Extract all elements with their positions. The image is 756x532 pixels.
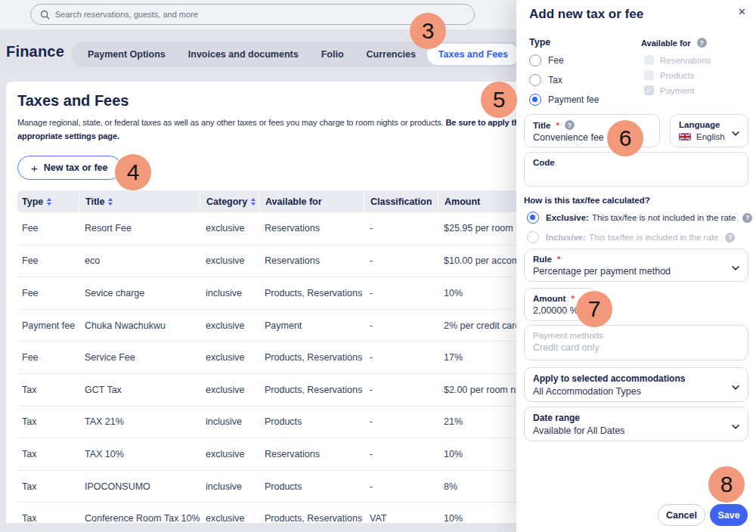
page-section-title: Finance bbox=[6, 43, 64, 60]
language-select[interactable]: Language English bbox=[670, 114, 748, 147]
table-cell: Tax bbox=[22, 449, 85, 459]
available-for-checkbox-products: Products bbox=[644, 70, 694, 80]
panel-title: Add new tax or fee bbox=[529, 7, 643, 22]
language-label: Language bbox=[679, 120, 720, 129]
type-radio-payment-fee[interactable]: Payment fee bbox=[529, 94, 599, 106]
table-cell: - bbox=[370, 320, 444, 331]
table-cell: - bbox=[370, 223, 444, 234]
title-field[interactable]: Title* ? Convenience fee bbox=[524, 114, 660, 147]
sort-arrows-icon bbox=[108, 198, 113, 206]
tab-currencies[interactable]: Currencies bbox=[355, 44, 427, 65]
column-label: Category bbox=[206, 196, 247, 207]
finance-tabs: Payment OptionsInvoices and documentsFol… bbox=[72, 42, 524, 67]
inclusive-option: Inclusive: This tax/fee is included in t… bbox=[527, 231, 735, 243]
search-input[interactable] bbox=[55, 10, 465, 19]
available-for-group: Available for ? bbox=[641, 38, 707, 48]
save-button[interactable]: Save bbox=[710, 504, 748, 526]
code-field[interactable]: Code bbox=[524, 152, 748, 187]
table-cell: Reservations bbox=[265, 449, 370, 459]
table-cell: inclusive bbox=[206, 416, 265, 427]
amount-field[interactable]: Amount* 2,00000 % bbox=[524, 288, 597, 321]
checkbox-icon bbox=[644, 55, 654, 65]
table-cell: Fee bbox=[22, 223, 85, 234]
type-radio-tax[interactable]: Tax bbox=[529, 74, 562, 86]
cancel-button[interactable]: Cancel bbox=[658, 504, 705, 526]
table-cell: exclusive bbox=[206, 352, 265, 363]
column-label: Classification bbox=[370, 196, 432, 207]
radio-label: Payment fee bbox=[548, 94, 599, 105]
radio-label: Tax bbox=[548, 75, 562, 85]
column-label: Title bbox=[85, 196, 104, 207]
help-icon[interactable]: ? bbox=[742, 213, 752, 223]
table-cell: - bbox=[370, 385, 444, 395]
table-cell: Payment bbox=[265, 320, 370, 331]
required-asterisk: * bbox=[556, 121, 559, 130]
payment-methods-field: Payment methods Credit card only bbox=[524, 325, 748, 360]
table-cell: TAX 10% bbox=[85, 449, 206, 459]
table-cell: Sevice charge bbox=[85, 288, 206, 298]
column-header-available-for: Available for bbox=[259, 190, 370, 212]
chevron-down-icon bbox=[732, 379, 739, 393]
date-range-label: Date range bbox=[533, 413, 580, 423]
apply-label: Apply to selected accommodations bbox=[533, 373, 685, 384]
table-cell: Products, Reservations bbox=[265, 288, 370, 298]
table-cell: IPOCONSUMO bbox=[85, 481, 206, 492]
payment-methods-label: Payment methods bbox=[533, 331, 603, 340]
table-cell: inclusive bbox=[206, 288, 265, 298]
column-label: Available for bbox=[265, 196, 322, 207]
new-tax-or-fee-button[interactable]: + New tax or fee bbox=[17, 156, 122, 180]
amount-label: Amount bbox=[533, 294, 565, 303]
global-search[interactable] bbox=[30, 4, 475, 25]
sort-arrows-icon bbox=[251, 198, 256, 206]
table-cell: exclusive bbox=[206, 320, 265, 331]
type-group-label: Type bbox=[529, 37, 550, 48]
column-header-title[interactable]: Title bbox=[79, 190, 206, 212]
column-label: Amount bbox=[445, 196, 480, 207]
rule-select[interactable]: Rule* Percentage per payment method bbox=[524, 249, 748, 282]
table-cell: Tax bbox=[22, 385, 85, 395]
table-cell: Products, Reservations bbox=[265, 385, 370, 395]
tab-invoices-and-documents[interactable]: Invoices and documents bbox=[177, 44, 310, 65]
table-cell: - bbox=[370, 255, 444, 266]
table-cell: - bbox=[370, 449, 444, 459]
date-range-select[interactable]: Date range Available for All Dates bbox=[524, 407, 748, 441]
help-icon: ? bbox=[725, 233, 735, 243]
new-tax-or-fee-label: New tax or fee bbox=[44, 162, 108, 173]
title-field-value: Convenience fee bbox=[533, 132, 651, 143]
apply-value: All Accommodation Types bbox=[533, 386, 739, 397]
radio-icon bbox=[529, 94, 541, 106]
table-cell: - bbox=[370, 416, 444, 427]
code-field-label: Code bbox=[533, 158, 555, 167]
type-radio-fee[interactable]: Fee bbox=[529, 54, 564, 66]
column-header-type[interactable]: Type bbox=[22, 190, 85, 212]
table-cell: Products bbox=[265, 416, 370, 427]
tab-folio[interactable]: Folio bbox=[310, 44, 355, 65]
exclusive-option[interactable]: Exclusive: This tax/fee is not included … bbox=[527, 212, 752, 224]
add-tax-fee-panel: Add new tax or fee ✕ Type FeeTaxPayment … bbox=[516, 0, 756, 532]
plus-icon: + bbox=[31, 162, 38, 174]
help-icon[interactable]: ? bbox=[565, 120, 575, 130]
radio-icon bbox=[529, 74, 541, 86]
apply-accommodations-select[interactable]: Apply to selected accommodations All Acc… bbox=[524, 367, 748, 402]
table-cell: TAX 21% bbox=[85, 416, 206, 427]
column-header-classification: Classification bbox=[364, 190, 444, 212]
help-icon[interactable]: ? bbox=[697, 38, 707, 48]
radio-icon bbox=[529, 54, 541, 66]
checkbox-label: Products bbox=[660, 71, 694, 80]
table-cell: - bbox=[370, 481, 444, 492]
table-cell: exclusive bbox=[206, 255, 265, 266]
table-cell: Tax bbox=[22, 481, 85, 492]
exclusive-label: Exclusive: bbox=[546, 213, 589, 222]
chevron-down-icon bbox=[732, 125, 739, 139]
table-cell: Tax bbox=[22, 513, 85, 523]
table-cell: Fee bbox=[22, 255, 85, 266]
column-header-category[interactable]: Category bbox=[200, 190, 265, 212]
tab-payment-options[interactable]: Payment Options bbox=[76, 44, 177, 65]
radio-selected-icon bbox=[527, 212, 539, 224]
close-icon[interactable]: ✕ bbox=[738, 6, 746, 17]
table-cell: GCT Tax bbox=[85, 385, 206, 395]
table-cell: Products bbox=[265, 481, 370, 492]
tab-taxes-and-fees[interactable]: Taxes and Fees bbox=[427, 44, 519, 65]
sort-arrows-icon bbox=[47, 198, 51, 206]
available-for-checkbox-payment: ✓Payment bbox=[644, 85, 694, 95]
